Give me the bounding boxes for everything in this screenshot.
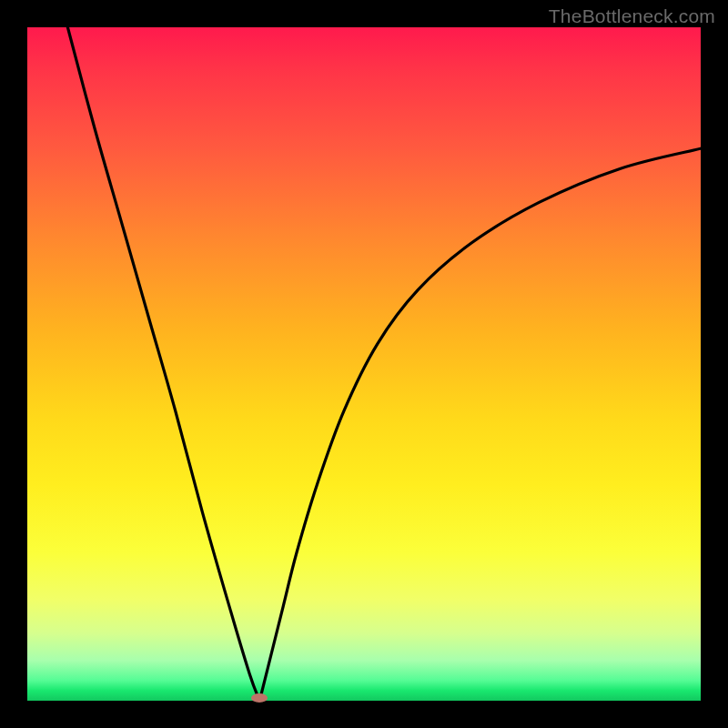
outer-black-frame: TheBottleneck.com (0, 0, 728, 728)
curve-right-branch (259, 148, 701, 701)
chart-plot-area (27, 27, 701, 701)
bottleneck-curve (27, 27, 701, 701)
source-watermark: TheBottleneck.com (549, 5, 715, 27)
minimum-marker (251, 693, 268, 703)
curve-left-branch (67, 27, 259, 701)
